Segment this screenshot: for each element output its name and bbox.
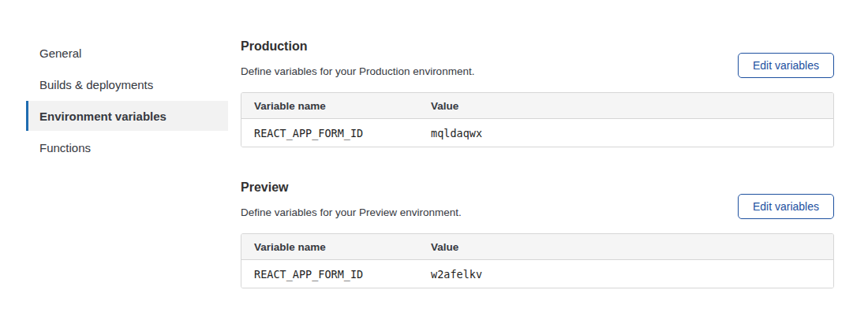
production-description: Define variables for your Production env… [241,65,474,78]
sidebar-item-builds-deployments[interactable]: Builds & deployments [26,69,228,99]
section-preview: Preview Define variables for your Previe… [241,179,834,288]
settings-sidebar: General Builds & deployments Environment… [26,38,228,164]
sidebar-item-general[interactable]: General [26,38,228,68]
production-edit-variables-button[interactable]: Edit variables [738,53,834,78]
table-row: REACT_APP_FORM_ID mqldaqwx [241,119,833,147]
column-header-variable-name: Variable name [241,241,431,253]
production-title: Production [241,38,474,55]
production-table-header-row: Variable name Value [241,93,833,119]
preview-edit-variables-button[interactable]: Edit variables [738,194,834,219]
section-production: Production Define variables for your Pro… [241,38,834,147]
preview-header-text: Preview Define variables for your Previe… [241,179,462,219]
variable-value-cell: mqldaqwx [431,127,833,139]
preview-title: Preview [241,179,462,196]
preview-table-header-row: Variable name Value [241,234,833,260]
production-variables-table: Variable name Value REACT_APP_FORM_ID mq… [241,92,834,147]
sidebar-item-environment-variables[interactable]: Environment variables [26,101,228,131]
production-header: Production Define variables for your Pro… [241,38,834,78]
variable-name-cell: REACT_APP_FORM_ID [241,127,431,139]
preview-header: Preview Define variables for your Previe… [241,179,834,219]
production-header-text: Production Define variables for your Pro… [241,38,474,78]
preview-variables-table: Variable name Value REACT_APP_FORM_ID w2… [241,233,834,288]
settings-page: General Builds & deployments Environment… [0,0,868,331]
preview-description: Define variables for your Preview enviro… [241,206,462,219]
variable-name-cell: REACT_APP_FORM_ID [241,268,431,281]
sidebar-item-functions[interactable]: Functions [26,132,228,162]
variable-value-cell: w2afelkv [431,268,833,281]
column-header-value: Value [431,100,833,112]
column-header-value: Value [431,241,833,253]
table-row: REACT_APP_FORM_ID w2afelkv [241,260,833,288]
column-header-variable-name: Variable name [241,100,431,112]
environment-variables-content: Production Define variables for your Pro… [241,38,834,288]
